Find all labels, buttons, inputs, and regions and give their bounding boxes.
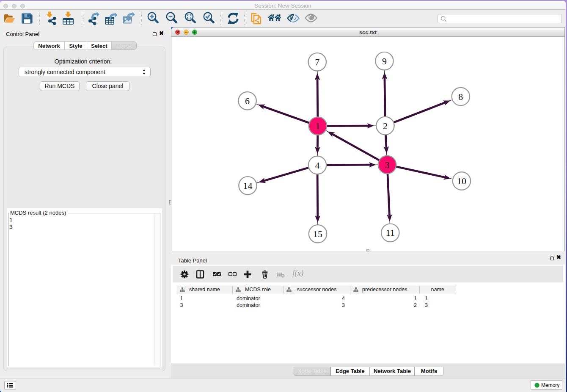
svg-text:15: 15 [313,229,322,239]
svg-text:14: 14 [243,180,253,191]
svg-text:2: 2 [383,121,388,131]
svg-text:11: 11 [386,227,395,238]
svg-text:4: 4 [315,160,320,171]
svg-text:6: 6 [245,96,250,106]
svg-text:9: 9 [382,56,387,66]
svg-text:3: 3 [385,160,390,170]
svg-text:1: 1 [316,121,320,131]
svg-text:10: 10 [457,176,466,186]
svg-text:7: 7 [315,57,319,67]
svg-text:8: 8 [458,91,463,102]
